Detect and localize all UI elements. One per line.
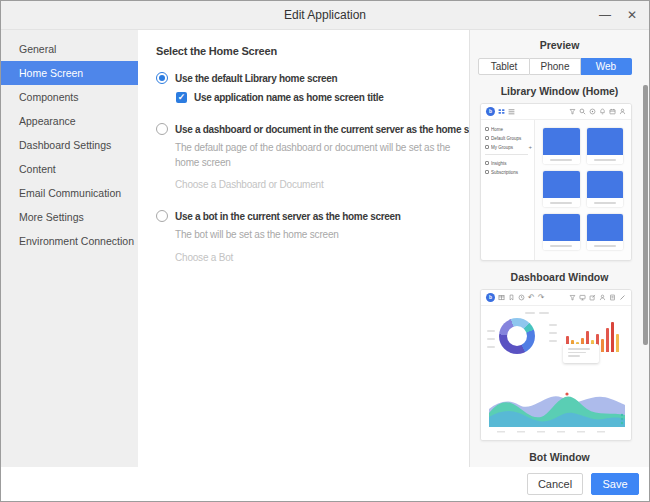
export-icon — [589, 294, 596, 301]
monitor-icon — [579, 294, 586, 301]
tab-web[interactable]: Web — [581, 58, 632, 75]
dashboard-preview-topbar: b ↶ ↷ — [481, 290, 631, 306]
option-label[interactable]: Use the default Library home screen — [175, 73, 337, 84]
area-chart — [489, 379, 625, 435]
filter-icon — [569, 108, 576, 115]
help-icon — [589, 108, 596, 115]
option-label[interactable]: Use a dashboard or document in the curre… — [175, 124, 469, 135]
library-nav-insights: Insights — [485, 158, 532, 167]
sidebar-item-general[interactable]: General — [1, 37, 138, 61]
sidebar-item-appearance[interactable]: Appearance — [1, 109, 138, 133]
table-icon — [498, 294, 505, 301]
settings-sidebar: General Home Screen Components Appearanc… — [1, 30, 138, 467]
library-tile — [543, 171, 580, 207]
library-preview-grid — [535, 120, 631, 261]
user-icon — [619, 108, 626, 115]
home-screen-settings: Select the Home Screen Use the default L… — [138, 30, 469, 467]
chart-tooltip — [563, 344, 599, 363]
insights-icon — [485, 161, 489, 165]
option-label[interactable]: Use a bot in the current server as the h… — [175, 211, 401, 222]
dialog-footer: Cancel Save — [1, 467, 649, 501]
redo-icon: ↷ — [538, 294, 545, 301]
dashboard-preview-thumbnail: b ↶ ↷ — [480, 289, 632, 441]
bot-window-title: Bot Window — [470, 451, 649, 463]
library-preview-topbar: b — [481, 104, 631, 120]
titlebar: Edit Application — ✕ — [1, 1, 649, 30]
option-bot: Use a bot in the current server as the h… — [156, 210, 459, 263]
undo-icon: ↶ — [528, 294, 535, 301]
pencil-icon — [619, 294, 626, 301]
plus-icon: + — [528, 144, 532, 150]
preview-scrollbar[interactable] — [643, 85, 648, 345]
radio-default-library[interactable] — [156, 72, 168, 84]
tab-phone[interactable]: Phone — [530, 58, 581, 75]
donut-chart — [499, 318, 535, 354]
cancel-button[interactable]: Cancel — [527, 473, 583, 495]
bookmark-icon — [508, 294, 515, 301]
sidebar-item-content[interactable]: Content — [1, 157, 138, 181]
sidebar-item-dashboard-settings[interactable]: Dashboard Settings — [1, 133, 138, 157]
subscriptions-icon — [485, 170, 489, 174]
choose-dashboard-link[interactable]: Choose a Dashboard or Document — [175, 179, 459, 190]
user-icon — [599, 294, 606, 301]
file-icon — [609, 294, 616, 301]
filter-icon — [569, 294, 576, 301]
library-nav-default-groups: Default Groups — [485, 133, 532, 142]
tab-tablet[interactable]: Tablet — [478, 58, 530, 75]
sidebar-item-environment-connection[interactable]: Environment Connection — [1, 229, 138, 253]
option-description: The default page of the dashboard or doc… — [175, 141, 459, 170]
page-title: Select the Home Screen — [156, 45, 459, 57]
library-window-title: Library Window (Home) — [470, 85, 649, 97]
home-icon — [485, 127, 489, 131]
sidebar-item-components[interactable]: Components — [1, 85, 138, 109]
library-tile — [543, 128, 580, 164]
app-logo-icon: b — [486, 107, 495, 116]
choose-bot-link[interactable]: Choose a Bot — [175, 252, 459, 263]
edit-application-dialog: Edit Application — ✕ General Home Screen… — [0, 0, 650, 502]
window-controls: — ✕ — [599, 1, 637, 29]
dashboard-preview-charts — [481, 306, 631, 441]
dashboard-window-title: Dashboard Window — [470, 271, 649, 283]
library-preview-thumbnail: b — [480, 103, 632, 261]
bell-icon — [599, 108, 606, 115]
search-icon — [579, 108, 586, 115]
divider — [485, 154, 528, 155]
library-nav-home: Home — [485, 124, 532, 133]
preview-panel: Preview Tablet Phone Web Library Window … — [469, 30, 649, 467]
grid-view-icon — [498, 108, 505, 115]
radio-bot[interactable] — [156, 210, 168, 222]
list-view-icon — [508, 108, 515, 115]
library-preview-sidebar: Home Default Groups My Groups + — [481, 120, 535, 261]
checkbox-label[interactable]: Use application name as home screen titl… — [194, 92, 383, 103]
window-title: Edit Application — [284, 8, 366, 22]
preview-heading: Preview — [470, 39, 649, 51]
option-default-library: Use the default Library home screen ✓ Us… — [156, 72, 459, 103]
library-tile — [587, 128, 624, 164]
close-icon[interactable]: ✕ — [627, 9, 637, 21]
save-button[interactable]: Save — [591, 473, 639, 495]
checkbox-app-name-title[interactable]: ✓ — [176, 92, 187, 103]
sidebar-item-more-settings[interactable]: More Settings — [1, 205, 138, 229]
sidebar-item-email-communication[interactable]: Email Communication — [1, 181, 138, 205]
library-tile — [543, 214, 580, 250]
library-nav-my-groups: My Groups + — [485, 142, 532, 151]
groups-icon — [485, 136, 489, 140]
library-nav-subscriptions: Subscriptions — [485, 167, 532, 176]
radio-dashboard-document[interactable] — [156, 123, 168, 135]
calendar-icon — [609, 108, 616, 115]
sidebar-item-home-screen[interactable]: Home Screen — [1, 61, 138, 85]
history-icon — [518, 294, 525, 301]
groups-icon — [485, 145, 489, 149]
option-description: The bot will be set as the home screen — [175, 228, 459, 243]
app-logo-icon: b — [486, 293, 495, 302]
library-tile — [587, 214, 624, 250]
minimize-icon[interactable]: — — [599, 9, 611, 21]
preview-device-tabs: Tablet Phone Web — [478, 58, 632, 75]
option-dashboard-document: Use a dashboard or document in the curre… — [156, 123, 459, 190]
library-tile — [587, 171, 624, 207]
